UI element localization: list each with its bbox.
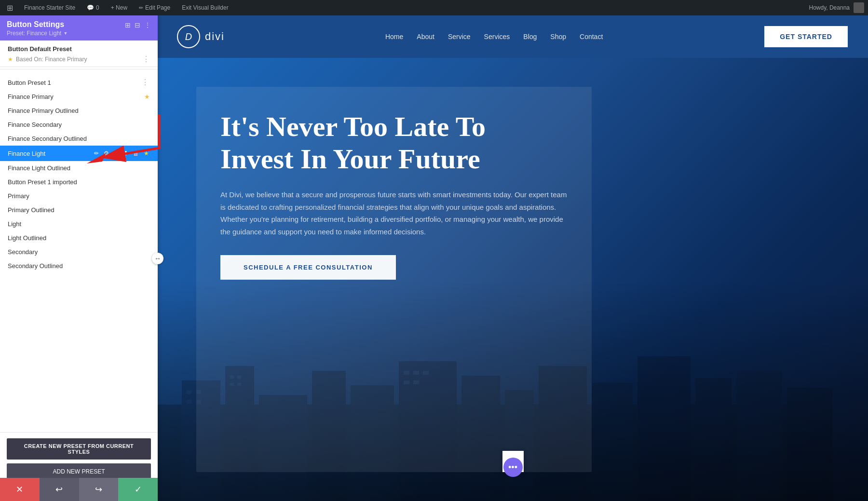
preset-action-icons: ✏ ⚙ ⬆ ⬇ 🗑 ★ xyxy=(93,149,150,158)
preset-list: Button Preset 1 ⋮ Finance Primary ★ Fina… xyxy=(0,71,158,432)
user-avatar[interactable] xyxy=(854,2,864,13)
undo-icon: ↩ xyxy=(55,484,63,495)
admin-bar-site-name[interactable]: Finance Starter Site xyxy=(21,0,78,15)
redo-icon: ↪ xyxy=(95,484,102,495)
nav-cta-button[interactable]: GET STARTED xyxy=(763,25,849,48)
cancel-button[interactable]: ✕ xyxy=(0,478,40,501)
bottom-action-bar: ✕ ↩ ↪ ✓ xyxy=(0,478,158,501)
create-preset-button[interactable]: CREATE NEW PRESET FROM CURRENT STYLES xyxy=(7,438,151,460)
preset-name: Finance Secondary Outlined xyxy=(8,135,150,142)
preset-name: Light Outlined xyxy=(8,234,150,242)
nav-link-about[interactable]: About xyxy=(417,33,434,41)
preset-star-icon: ★ xyxy=(144,93,150,100)
save-button[interactable]: ✓ xyxy=(118,478,158,501)
preset-more-icon[interactable]: ⋮ xyxy=(140,79,150,86)
default-preset-section: Button Default Preset ★ Based On: Financ… xyxy=(0,41,158,67)
preset-item-finance-primary-outlined[interactable]: Finance Primary Outlined xyxy=(0,104,158,118)
preset-name: Finance Primary xyxy=(8,93,142,100)
delete-preset-icon[interactable]: 🗑 xyxy=(132,149,140,158)
site-logo: D divi xyxy=(177,25,225,48)
based-on-text: Based On: Finance Primary xyxy=(16,56,87,63)
preset-name: Button Preset 1 xyxy=(8,79,140,86)
site-navigation: D divi Home About Service Services Blog … xyxy=(158,15,868,58)
nav-link-shop[interactable]: Shop xyxy=(550,33,566,41)
preset-item-finance-secondary-outlined[interactable]: Finance Secondary Outlined xyxy=(0,132,158,146)
based-on-star-icon: ★ xyxy=(8,56,13,63)
preset-item-finance-light[interactable]: Finance Light ✏ ⚙ ⬆ ⬇ 🗑 ★ xyxy=(0,146,158,161)
download-preset-icon[interactable]: ⬇ xyxy=(122,149,129,158)
nav-links: Home About Service Services Blog Shop Co… xyxy=(385,33,603,41)
preset-name: Finance Secondary xyxy=(8,121,150,128)
default-preset-title: Button Default Preset xyxy=(8,45,150,53)
sidebar-header: Button Settings Preset: Finance Light ▼ … xyxy=(0,15,158,41)
hero-heading: It's Never Too Late To Invest In Your Fu… xyxy=(220,111,568,175)
admin-bar: ⊞ Finance Starter Site 💬 0 + New ✏ Edit … xyxy=(0,0,868,15)
nav-link-blog[interactable]: Blog xyxy=(523,33,537,41)
hero-cta-button[interactable]: SCHEDULE A FREE CONSULTATION xyxy=(220,255,396,280)
hero-body-text: At Divi, we believe that a secure and pr… xyxy=(220,189,568,238)
more-options-icon: ••• xyxy=(508,462,517,473)
logo-text: divi xyxy=(205,30,225,43)
admin-bar-exit-builder[interactable]: Exit Visual Builder xyxy=(179,0,231,15)
preset-item-primary[interactable]: Primary xyxy=(0,189,158,203)
nav-link-service[interactable]: Service xyxy=(448,33,471,41)
sidebar-panel: Button Settings Preset: Finance Light ▼ … xyxy=(0,15,158,501)
cancel-icon: ✕ xyxy=(16,484,23,495)
panel-title: Button Settings xyxy=(7,20,68,29)
preset-name: Button Preset 1 imported xyxy=(8,178,150,186)
wp-icon[interactable]: ⊞ xyxy=(4,2,15,14)
hero-section: It's Never Too Late To Invest In Your Fu… xyxy=(158,58,868,501)
preset-item-finance-light-outlined[interactable]: Finance Light Outlined xyxy=(0,161,158,175)
preset-item-secondary[interactable]: Secondary xyxy=(0,245,158,259)
preset-name: Primary xyxy=(8,192,150,200)
preset-name: Secondary xyxy=(8,248,150,256)
default-preset-more-icon[interactable]: ⋮ xyxy=(142,54,150,64)
admin-bar-edit-page[interactable]: ✏ Edit Page xyxy=(136,0,173,15)
sidebar-header-left: Button Settings Preset: Finance Light ▼ xyxy=(7,20,68,37)
preset-item-light-outlined[interactable]: Light Outlined xyxy=(0,231,158,245)
layout-icon[interactable]: ⊟ xyxy=(135,21,140,29)
preset-item-secondary-outlined[interactable]: Secondary Outlined xyxy=(0,259,158,273)
nav-link-home[interactable]: Home xyxy=(385,33,403,41)
preset-name: Light xyxy=(8,220,150,228)
add-preset-button[interactable]: ADD NEW PRESET xyxy=(7,463,151,480)
current-preset-label[interactable]: Preset: Finance Light ▼ xyxy=(7,30,68,37)
undo-button[interactable]: ↩ xyxy=(40,478,79,501)
star-preset-icon[interactable]: ★ xyxy=(143,149,150,158)
preset-name: Secondary Outlined xyxy=(8,262,150,270)
preset-name: Finance Primary Outlined xyxy=(8,107,150,114)
preset-item-finance-secondary[interactable]: Finance Secondary xyxy=(0,118,158,132)
resize-handle[interactable]: ↔ xyxy=(152,253,163,264)
redo-button[interactable]: ↪ xyxy=(79,478,119,501)
list-divider xyxy=(0,69,158,69)
save-icon: ✓ xyxy=(135,484,142,495)
preset-item-button-preset-1[interactable]: Button Preset 1 ⋮ xyxy=(0,75,158,90)
nav-link-services[interactable]: Services xyxy=(484,33,510,41)
upload-preset-icon[interactable]: ⬆ xyxy=(113,149,120,158)
responsive-icon[interactable]: ⊞ xyxy=(125,21,131,29)
preset-name: Finance Light Outlined xyxy=(8,164,150,172)
preset-name: Primary Outlined xyxy=(8,206,150,214)
edit-preset-icon[interactable]: ✏ xyxy=(93,149,100,158)
main-content: D divi Home About Service Services Blog … xyxy=(158,15,868,501)
more-options-button[interactable]: ••• xyxy=(503,458,523,477)
logo-letter: D xyxy=(185,31,192,42)
based-on-row: ★ Based On: Finance Primary ⋮ xyxy=(8,54,150,64)
main-layout: Button Settings Preset: Finance Light ▼ … xyxy=(0,15,868,501)
preset-item-primary-outlined[interactable]: Primary Outlined xyxy=(0,203,158,217)
admin-bar-new[interactable]: + New xyxy=(108,0,130,15)
admin-bar-right: Howdy, Deanna xyxy=(809,2,865,13)
logo-circle: D xyxy=(177,25,200,48)
admin-bar-comments[interactable]: 💬 0 xyxy=(84,0,102,15)
hero-text-area: It's Never Too Late To Invest In Your Fu… xyxy=(196,87,592,472)
sidebar-header-icons: ⊞ ⊟ ⋮ xyxy=(125,21,151,29)
nav-link-contact[interactable]: Contact xyxy=(580,33,603,41)
preset-item-finance-primary[interactable]: Finance Primary ★ xyxy=(0,90,158,104)
preset-item-light[interactable]: Light xyxy=(0,217,158,231)
more-options-icon[interactable]: ⋮ xyxy=(144,21,151,29)
preset-item-button-preset-1-imported[interactable]: Button Preset 1 imported xyxy=(0,175,158,189)
hero-content-wrapper: It's Never Too Late To Invest In Your Fu… xyxy=(158,58,868,501)
settings-preset-icon[interactable]: ⚙ xyxy=(103,149,110,158)
preset-name: Finance Light xyxy=(8,150,93,157)
